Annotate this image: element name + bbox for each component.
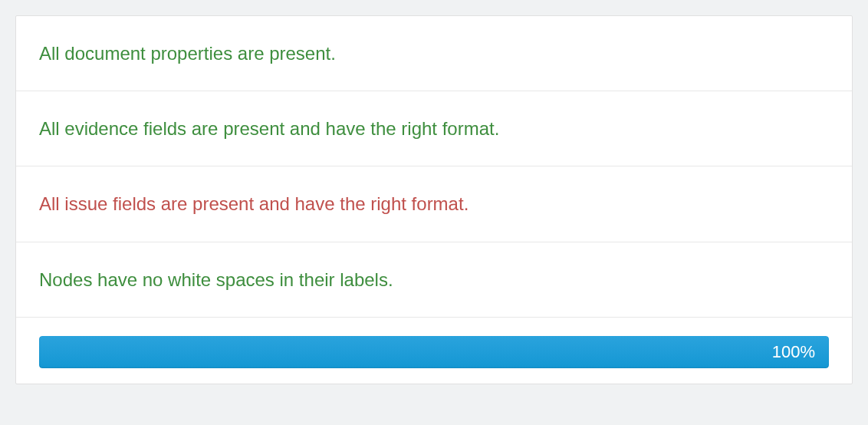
- validation-item[interactable]: All issue fields are present and have th…: [16, 166, 852, 242]
- validation-item[interactable]: Nodes have no white spaces in their labe…: [16, 242, 852, 318]
- validation-item-text: All document properties are present.: [39, 43, 336, 64]
- progress-bar: 100%: [39, 336, 829, 368]
- validation-panel: All document properties are present. All…: [15, 15, 853, 384]
- validation-item[interactable]: All evidence fields are present and have…: [16, 91, 852, 166]
- validation-item-text: All issue fields are present and have th…: [39, 193, 469, 214]
- progress-bar-fill: 100%: [39, 336, 829, 368]
- validation-item-text: Nodes have no white spaces in their labe…: [39, 269, 393, 290]
- validation-item-text: All evidence fields are present and have…: [39, 118, 499, 139]
- progress-section: 100%: [16, 318, 852, 384]
- progress-label: 100%: [772, 342, 815, 362]
- validation-item[interactable]: All document properties are present.: [16, 16, 852, 91]
